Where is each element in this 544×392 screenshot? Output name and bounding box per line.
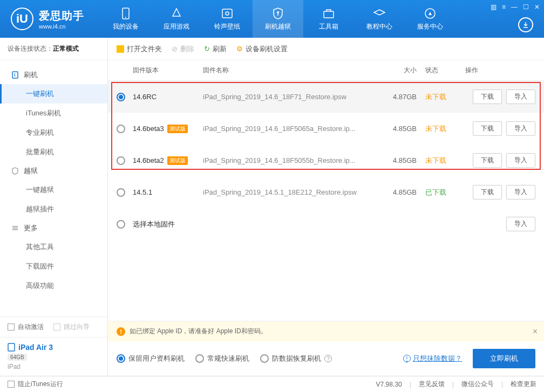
- version-cell: 14.5.1: [133, 188, 203, 196]
- sidebar-item-advanced[interactable]: 高级功能: [0, 276, 107, 295]
- sidebar-item-jb-oneclick[interactable]: 一键越狱: [0, 180, 107, 200]
- firmware-row[interactable]: 14.6beta2测试版iPad_Spring_2019_14.6_18F505…: [108, 145, 544, 176]
- mode-keep[interactable]: 保留用户资料刷机: [117, 354, 185, 363]
- more-icon: [11, 224, 19, 232]
- filename-cell: iPad_Spring_2019_14.5.1_18E212_Restore.i…: [203, 188, 379, 196]
- feedback-link[interactable]: 意见反馈: [419, 380, 445, 389]
- version-cell: 14.6beta2测试版: [133, 156, 203, 165]
- sidebar-item-itunes[interactable]: iTunes刷机: [0, 104, 107, 123]
- flash-button[interactable]: 立即刷机: [473, 349, 535, 368]
- import-button[interactable]: 导入: [506, 90, 535, 104]
- firmware-row[interactable]: 14.6RCiPad_Spring_2019_14.6_18F71_Restor…: [108, 81, 544, 113]
- download-button[interactable]: 下载: [473, 153, 502, 168]
- logo: iU 爱思助手 www.i4.cn: [0, 8, 95, 30]
- refresh-button[interactable]: ↻刷新: [204, 44, 227, 54]
- settings-button[interactable]: ⚙设备刷机设置: [236, 44, 288, 54]
- svg-point-4: [277, 11, 279, 13]
- import-button[interactable]: 导入: [506, 185, 535, 200]
- tab-service[interactable]: 服务中心: [405, 0, 455, 38]
- tab-device[interactable]: 我的设备: [100, 0, 151, 38]
- tab-flash[interactable]: 刷机越狱: [253, 0, 303, 38]
- wechat-link[interactable]: 微信公众号: [461, 380, 494, 389]
- minimize-icon[interactable]: —: [511, 3, 518, 11]
- import-button[interactable]: 导入: [506, 121, 535, 136]
- block-itunes-checkbox[interactable]: [8, 381, 15, 388]
- filename-cell: iPad_Spring_2019_14.6_18F5055b_Restore.i…: [203, 156, 379, 164]
- sidebar-head-jailbreak[interactable]: 越狱: [0, 162, 107, 180]
- apps-icon: [170, 7, 183, 20]
- firmware-row[interactable]: 选择本地固件导入: [108, 208, 544, 240]
- mode-anti[interactable]: 防数据恢复刷机?: [260, 354, 332, 363]
- radio-icon[interactable]: [117, 125, 125, 133]
- import-button[interactable]: 导入: [506, 153, 535, 168]
- tab-toolbox[interactable]: 工具箱: [303, 0, 354, 38]
- skin-icon[interactable]: ▥: [491, 3, 497, 11]
- sidebar-head-more[interactable]: 更多: [0, 219, 107, 237]
- gear-icon: ⚙: [236, 45, 243, 53]
- phone-icon: [119, 7, 132, 20]
- sidebar-item-pro[interactable]: 专业刷机: [0, 123, 107, 142]
- skip-wizard-checkbox[interactable]: [53, 324, 60, 331]
- main-panel: 打开文件夹 ⊘删除 ↻刷新 ⚙设备刷机设置 固件版本 固件名称 大小 状态 操作…: [108, 38, 544, 376]
- download-button[interactable]: 下载: [473, 90, 502, 104]
- radio-icon[interactable]: [117, 220, 125, 229]
- svg-point-1: [125, 17, 126, 18]
- import-button[interactable]: 导入: [506, 217, 535, 231]
- window-controls: ▥ ≡ — ☐ ✕: [491, 3, 540, 11]
- menu-icon[interactable]: ≡: [502, 3, 506, 11]
- size-cell: 4.85GB: [379, 188, 417, 196]
- radio-icon[interactable]: [117, 156, 125, 165]
- download-button[interactable]: [518, 17, 533, 32]
- open-folder-button[interactable]: 打开文件夹: [117, 44, 162, 54]
- version-label: V7.98.30: [376, 381, 402, 388]
- radio-icon: [260, 354, 269, 363]
- beta-badge: 测试版: [167, 125, 188, 133]
- warning-banner: ! 如已绑定 Apple ID，请准备好 Apple ID和密码。 ×: [108, 321, 544, 341]
- sidebar-item-dlfw[interactable]: 下载固件: [0, 257, 107, 276]
- download-button[interactable]: 下载: [473, 121, 502, 136]
- auto-activate-checkbox[interactable]: [8, 324, 15, 331]
- version-cell: 14.6RC: [133, 93, 203, 101]
- beta-badge: 测试版: [167, 156, 188, 165]
- device-info[interactable]: iPad Air 3 64GB iPad: [0, 337, 107, 376]
- tab-apps[interactable]: 应用游戏: [151, 0, 202, 38]
- svg-rect-6: [324, 11, 334, 18]
- sidebar-item-oneclick[interactable]: 一键刷机: [0, 84, 107, 104]
- tablet-icon: [8, 343, 15, 352]
- close-icon[interactable]: ✕: [534, 3, 540, 11]
- header: iU 爱思助手 www.i4.cn 我的设备 应用游戏 铃声壁纸 刷机越狱 工具…: [0, 0, 544, 38]
- status-cell: 未下载: [417, 124, 454, 134]
- action-bar: 保留用户资料刷机 常规快速刷机 防数据恢复刷机? !只想抹除数据？ 立即刷机: [108, 341, 544, 376]
- sidebar-head-flash[interactable]: 刷机: [0, 66, 107, 84]
- size-cell: 4.87GB: [379, 93, 417, 101]
- close-warning-button[interactable]: ×: [533, 327, 538, 336]
- tab-ringtones[interactable]: 铃声壁纸: [202, 0, 253, 38]
- version-cell: 选择本地固件: [133, 219, 203, 229]
- footer: 阻止iTunes运行 V7.98.30| 意见反馈| 微信公众号| 检查更新: [0, 376, 544, 392]
- sidebar-item-jb-plugins[interactable]: 越狱插件: [0, 200, 107, 219]
- table-header: 固件版本 固件名称 大小 状态 操作: [108, 60, 544, 81]
- sidebar-item-other[interactable]: 其他工具: [0, 237, 107, 257]
- svg-point-3: [226, 12, 229, 15]
- radio-icon: [195, 354, 204, 363]
- firmware-row[interactable]: 14.5.1iPad_Spring_2019_14.5.1_18E212_Res…: [108, 176, 544, 208]
- tab-tutorials[interactable]: 教程中心: [354, 0, 405, 38]
- svg-rect-12: [8, 343, 15, 351]
- shield-icon: [271, 7, 284, 20]
- warning-icon: !: [117, 327, 125, 336]
- help-icon[interactable]: ?: [324, 355, 332, 362]
- mode-fast[interactable]: 常规快速刷机: [195, 354, 249, 363]
- firmware-list: 14.6RCiPad_Spring_2019_14.6_18F71_Restor…: [108, 81, 544, 240]
- delete-button[interactable]: ⊘删除: [172, 44, 194, 54]
- firmware-row[interactable]: 14.6beta3测试版iPad_Spring_2019_14.6_18F506…: [108, 113, 544, 145]
- info-icon: !: [403, 355, 411, 362]
- radio-icon[interactable]: [117, 188, 125, 197]
- logo-icon: iU: [11, 8, 33, 30]
- download-button[interactable]: 下载: [473, 185, 502, 200]
- maximize-icon[interactable]: ☐: [523, 3, 529, 11]
- erase-link[interactable]: !只想抹除数据？: [403, 354, 462, 363]
- sidebar-item-batch[interactable]: 批量刷机: [0, 142, 107, 162]
- nav-tabs: 我的设备 应用游戏 铃声壁纸 刷机越狱 工具箱 教程中心 服务中心: [100, 0, 455, 38]
- radio-icon[interactable]: [117, 93, 125, 101]
- update-link[interactable]: 检查更新: [511, 380, 536, 389]
